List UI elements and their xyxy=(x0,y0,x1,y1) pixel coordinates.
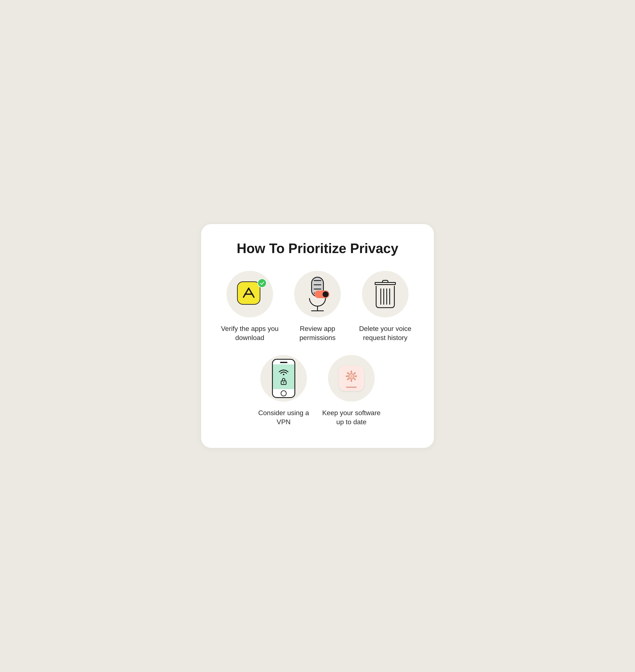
svg-rect-6 xyxy=(351,371,352,373)
icon-circle-mic xyxy=(294,271,341,317)
icon-circle-software xyxy=(328,355,375,402)
software-icon xyxy=(339,366,364,391)
svg-point-14 xyxy=(350,375,353,378)
row-2: Consider using a VPN xyxy=(218,355,417,427)
item-label-vpn: Consider using a VPN xyxy=(254,408,313,427)
icon-circle-verify xyxy=(226,271,273,317)
svg-line-1 xyxy=(249,288,254,297)
item-software: Keep your software up to date xyxy=(322,355,381,427)
svg-rect-7 xyxy=(351,380,352,382)
item-label-delete-voice: Delete your voice request history xyxy=(356,324,415,342)
svg-rect-13 xyxy=(353,378,356,380)
main-card: How To Prioritize Privacy xyxy=(201,224,434,448)
svg-rect-8 xyxy=(346,376,348,377)
item-review-permissions: Review app permissions xyxy=(288,271,347,342)
svg-rect-11 xyxy=(353,372,356,375)
item-label-verify-apps: Verify the apps you download xyxy=(220,324,279,342)
svg-rect-10 xyxy=(347,372,349,375)
trash-icon xyxy=(375,280,396,308)
svg-rect-9 xyxy=(355,376,357,377)
item-vpn: Consider using a VPN xyxy=(254,355,313,427)
row-1: Verify the apps you download xyxy=(218,271,417,342)
page-title: How To Prioritize Privacy xyxy=(218,241,417,256)
icon-circle-vpn xyxy=(260,355,307,402)
icon-circle-trash xyxy=(362,271,409,317)
phone-vpn-icon xyxy=(272,359,295,398)
item-label-software: Keep your software up to date xyxy=(322,408,381,427)
app-store-icon xyxy=(237,282,262,307)
item-verify-apps: Verify the apps you download xyxy=(220,271,279,342)
item-delete-voice: Delete your voice request history xyxy=(356,271,415,342)
svg-point-5 xyxy=(283,382,284,383)
svg-line-0 xyxy=(244,288,249,297)
svg-point-3 xyxy=(283,374,284,375)
microphone-icon xyxy=(309,277,326,311)
item-label-review-permissions: Review app permissions xyxy=(288,324,347,342)
svg-rect-12 xyxy=(347,378,349,380)
